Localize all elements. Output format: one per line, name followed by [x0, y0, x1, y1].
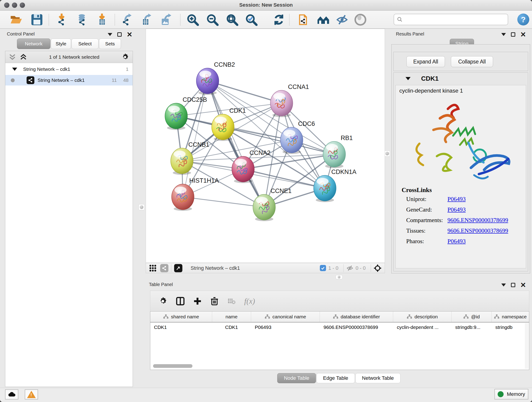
cell-namespace[interactable]: stringdb — [492, 322, 529, 333]
network-node-CCNB2[interactable]: CCNB2 — [196, 61, 235, 95]
network-edge-CCNB2-CCNE1[interactable] — [208, 81, 264, 207]
control-panel-collapse-icon[interactable] — [108, 33, 112, 36]
add-column-icon[interactable] — [193, 297, 202, 305]
search-input[interactable] — [403, 17, 504, 22]
save-session-button[interactable] — [30, 13, 44, 26]
selected-nodes-checkbox[interactable] — [320, 265, 326, 271]
results-panel-close-icon[interactable]: ✕ — [520, 32, 526, 37]
table-panel-close-icon[interactable]: ✕ — [520, 283, 526, 287]
gene-collapse-icon[interactable] — [405, 77, 411, 80]
collapse-all-button[interactable]: Collapse All — [451, 56, 493, 67]
show-columns-icon[interactable] — [176, 297, 185, 306]
column-header-name[interactable]: name — [212, 312, 251, 322]
tab-network-table[interactable]: Network Table — [355, 373, 400, 383]
cloud-status-button[interactable] — [5, 389, 18, 400]
hide-unhide-icon[interactable] — [335, 13, 349, 26]
left-splitter-handle[interactable] — [139, 204, 145, 210]
home-networks-icon[interactable] — [316, 13, 330, 26]
network-node-CCNE1[interactable]: CCNE1 — [253, 187, 292, 221]
tab-network[interactable]: Network — [17, 38, 51, 49]
cell-name[interactable]: CDK1 — [212, 322, 251, 333]
network-node-RB1[interactable]: RB1 — [323, 134, 353, 168]
table-panel-title: Table Panel — [149, 282, 173, 287]
clone-network-button[interactable] — [297, 13, 311, 26]
network-canvas[interactable]: CCNB2CCNA1CDC25BCDK1CDC6RB1CCNB1CCNA2CDK… — [146, 29, 385, 263]
network-edge-CCNA2-CDKN1A[interactable] — [243, 169, 325, 188]
crosslink-uniprot[interactable]: P06493 — [447, 196, 466, 203]
refresh-layout-button[interactable] — [272, 13, 286, 26]
column-header-database-identifier[interactable]: database identifier — [320, 312, 393, 322]
zoom-in-button[interactable] — [186, 13, 200, 26]
table-horizontal-scrollbar[interactable] — [151, 364, 524, 368]
tab-edge-table[interactable]: Edge Table — [317, 373, 355, 383]
import-network-database-button[interactable] — [75, 13, 89, 26]
memory-button[interactable]: Memory — [494, 389, 528, 400]
help-button[interactable]: ? — [517, 13, 529, 26]
export-table-button[interactable] — [140, 13, 154, 26]
crosslink-pharos[interactable]: P06493 — [447, 238, 466, 245]
export-network-button[interactable] — [120, 13, 134, 26]
crosslink-genecard[interactable]: P06493 — [447, 206, 466, 213]
network-node-CDC6[interactable]: CDC6 — [280, 120, 315, 154]
network-options-gear-icon[interactable] — [121, 53, 129, 61]
network-graph[interactable]: CCNB2CCNA1CDC25BCDK1CDC6RB1CCNB1CCNA2CDK… — [146, 29, 385, 263]
table-row[interactable]: CDK1 CDK1 P06493 9606.ENSP00000378699 cy… — [150, 322, 529, 333]
grid-view-icon[interactable] — [149, 264, 157, 272]
cell-database-identifier[interactable]: 9606.ENSP00000378699 — [320, 322, 393, 333]
control-panel-float-icon[interactable] — [117, 32, 122, 37]
open-session-button[interactable] — [9, 13, 23, 26]
export-image-button[interactable] — [159, 13, 174, 26]
expand-all-button[interactable]: Expand All — [406, 56, 445, 67]
results-panel-float-icon[interactable] — [511, 32, 515, 37]
import-table-button[interactable] — [95, 13, 109, 26]
hidden-eye-icon — [346, 265, 353, 271]
zoom-selected-button[interactable] — [244, 13, 259, 26]
fit-selected-crosshair-icon[interactable] — [374, 264, 381, 272]
crosslink-tissues[interactable]: 9606.ENSP00000378699 — [447, 227, 508, 234]
network-node-CDKN1A[interactable]: CDKN1A — [314, 168, 356, 202]
warning-status-button[interactable]: ! — [25, 389, 38, 400]
network-view-icon[interactable] — [160, 264, 168, 272]
import-network-file-button[interactable] — [55, 13, 69, 26]
network-node-CCNB1[interactable]: CCNB1 — [171, 141, 209, 175]
network-row-selected[interactable]: String Network – cdk1 11 48 — [5, 75, 133, 85]
column-header-namespace[interactable]: namespace — [492, 312, 529, 322]
cell-shared-name[interactable]: CDK1 — [150, 322, 212, 333]
network-edge-CCNB2-CCNA1[interactable] — [208, 81, 282, 103]
toolbar-search-field[interactable] — [394, 14, 508, 25]
gene-section-header[interactable]: CDK1 — [394, 73, 528, 85]
cell-id[interactable]: stringdb:9... — [452, 322, 492, 333]
column-header-description[interactable]: description — [393, 312, 452, 322]
table-options-gear-icon[interactable] — [158, 297, 167, 306]
column-header-canonical-name[interactable]: canonical name — [251, 312, 320, 322]
table-vertical-scrollbar[interactable] — [525, 323, 529, 369]
expand-all-icon[interactable] — [19, 54, 27, 61]
bottom-splitter-handle[interactable] — [336, 275, 342, 279]
delete-column-icon[interactable] — [210, 297, 219, 306]
network-node-HIST1H1A[interactable]: HIST1H1A — [172, 177, 219, 211]
birds-eye-view-icon[interactable] — [174, 264, 182, 272]
table-panel-float-icon[interactable] — [511, 283, 515, 287]
crosslink-compartments[interactable]: 9606.ENSP00000378699 — [447, 217, 508, 224]
tab-node-table[interactable]: Node Table — [277, 373, 316, 383]
column-header-shared-name[interactable]: shared name — [150, 312, 212, 322]
preview-orb-icon[interactable] — [353, 13, 367, 26]
collapse-all-icon[interactable] — [8, 54, 16, 61]
network-collection-row[interactable]: String Network – cdk1 1 — [5, 64, 133, 75]
tab-sets[interactable]: Sets — [99, 38, 121, 49]
collection-expand-icon[interactable] — [12, 68, 17, 71]
network-edge-HIST1H1A-CCNE1[interactable] — [183, 197, 264, 207]
cell-description[interactable]: cyclin-dependent ... — [393, 322, 452, 333]
column-header-id[interactable]: @id — [452, 312, 492, 322]
control-panel-close-icon[interactable]: ✕ — [127, 32, 133, 37]
tab-style[interactable]: Style — [51, 38, 71, 49]
results-panel-collapse-icon[interactable] — [501, 33, 506, 36]
network-node-CCNA1[interactable]: CCNA1 — [270, 83, 309, 117]
cell-canonical-name[interactable]: P06493 — [251, 322, 320, 333]
table-panel-collapse-icon[interactable] — [501, 283, 506, 287]
tab-select[interactable]: Select — [71, 38, 99, 49]
zoom-fit-button[interactable] — [225, 13, 239, 26]
node-table: shared name name canonical name database… — [150, 311, 529, 370]
network-node-CDK1[interactable]: CDK1 — [212, 107, 246, 141]
zoom-out-button[interactable] — [205, 13, 220, 26]
